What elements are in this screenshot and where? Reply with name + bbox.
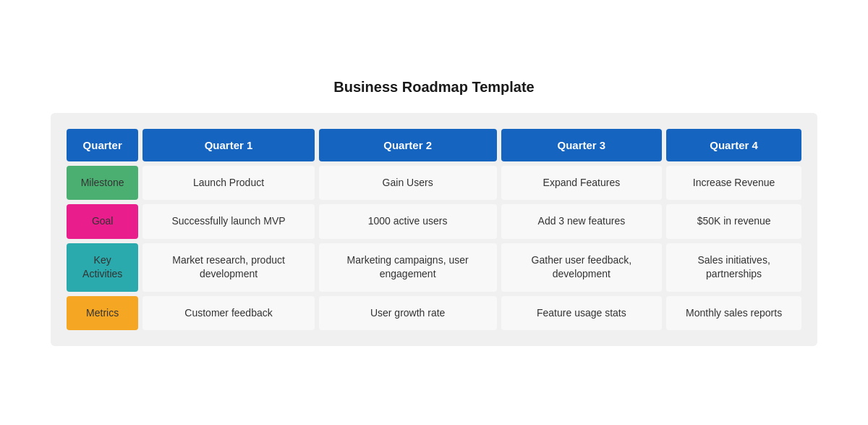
metrics-q4: Monthly sales reports bbox=[666, 296, 801, 331]
milestone-q3: Expand Features bbox=[501, 166, 663, 201]
goal-q3: Add 3 new features bbox=[501, 204, 663, 239]
goal-q2: 1000 active users bbox=[319, 204, 497, 239]
activities-q1: Market research, product development bbox=[142, 243, 314, 292]
metrics-q3: Feature usage stats bbox=[501, 296, 663, 331]
page-title: Business Roadmap Template bbox=[51, 79, 817, 96]
header-q2: Quarter 2 bbox=[319, 129, 497, 161]
milestone-q2: Gain Users bbox=[319, 166, 497, 201]
activities-row: Key Activities Market research, product … bbox=[67, 243, 801, 292]
roadmap-table: Quarter Quarter 1 Quarter 2 Quarter 3 Qu… bbox=[62, 125, 806, 335]
milestone-label: Milestone bbox=[67, 166, 138, 201]
goal-q4: $50K in revenue bbox=[666, 204, 801, 239]
milestone-q1: Launch Product bbox=[142, 166, 314, 201]
header-quarter: Quarter bbox=[67, 129, 138, 161]
metrics-label: Metrics bbox=[67, 296, 138, 331]
goal-q1: Successfully launch MVP bbox=[142, 204, 314, 239]
milestone-q4: Increase Revenue bbox=[666, 166, 801, 201]
metrics-row: Metrics Customer feedback User growth ra… bbox=[67, 296, 801, 331]
header-row: Quarter Quarter 1 Quarter 2 Quarter 3 Qu… bbox=[67, 129, 801, 161]
page-wrapper: Business Roadmap Template Quarter Quarte… bbox=[36, 64, 832, 361]
milestone-row: Milestone Launch Product Gain Users Expa… bbox=[67, 166, 801, 201]
table-container: Quarter Quarter 1 Quarter 2 Quarter 3 Qu… bbox=[51, 113, 817, 347]
metrics-q1: Customer feedback bbox=[142, 296, 314, 331]
header-q3: Quarter 3 bbox=[501, 129, 663, 161]
metrics-q2: User growth rate bbox=[319, 296, 497, 331]
activities-q3: Gather user feedback, development bbox=[501, 243, 663, 292]
header-q1: Quarter 1 bbox=[142, 129, 314, 161]
activities-q4: Sales initiatives, partnerships bbox=[666, 243, 801, 292]
goal-label: Goal bbox=[67, 204, 138, 239]
goal-row: Goal Successfully launch MVP 1000 active… bbox=[67, 204, 801, 239]
activities-q2: Marketing campaigns, user engagement bbox=[319, 243, 497, 292]
activities-label: Key Activities bbox=[67, 243, 138, 292]
header-q4: Quarter 4 bbox=[666, 129, 801, 161]
